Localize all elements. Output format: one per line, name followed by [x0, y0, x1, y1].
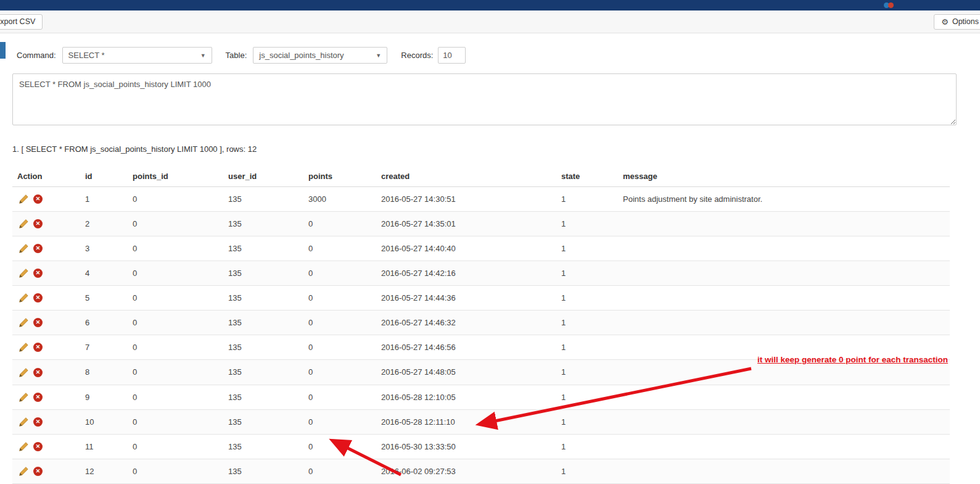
query-form: Command: SELECT * ▼ Table: js_social_poi…	[17, 47, 968, 64]
records-label: Records:	[401, 51, 433, 60]
table-select[interactable]: js_social_points_history ▼	[253, 47, 387, 64]
cell-points: 3000	[303, 187, 376, 212]
cell-created: 2016-06-02 09:27:53	[376, 459, 556, 483]
column-header-message: message	[618, 166, 950, 187]
cell-points-id: 0	[128, 261, 223, 286]
cell-user-id: 135	[223, 409, 303, 434]
cell-user-id: 135	[223, 459, 303, 483]
column-header-state: state	[556, 166, 618, 187]
delete-icon[interactable]: ✕	[33, 293, 43, 302]
annotation-text: it will keep generate 0 point for each t…	[757, 355, 970, 364]
cell-points-id: 0	[128, 187, 223, 212]
cell-points: 0	[303, 236, 376, 261]
cell-user-id: 135	[223, 311, 303, 335]
logo-icon	[884, 2, 894, 9]
edit-icon[interactable]	[19, 243, 29, 254]
table-row: ✕12013502016-06-02 09:27:531	[12, 459, 950, 483]
cell-points-id: 0	[128, 459, 223, 483]
cell-message	[618, 385, 950, 409]
action-cell: ✕	[12, 311, 80, 335]
delete-icon[interactable]: ✕	[33, 467, 43, 476]
gear-icon: ⚙	[941, 18, 949, 26]
cell-state: 1	[556, 261, 618, 286]
action-cell: ✕	[12, 236, 80, 261]
delete-icon[interactable]: ✕	[33, 368, 43, 377]
delete-icon[interactable]: ✕	[33, 219, 43, 228]
delete-icon[interactable]: ✕	[33, 269, 43, 278]
cell-points: 0	[303, 360, 376, 385]
delete-icon[interactable]: ✕	[33, 417, 43, 427]
table-header-row: Actionidpoints_iduser_idpointscreatedsta…	[12, 166, 950, 187]
cell-user-id: 135	[223, 236, 303, 261]
cell-created: 2016-05-27 14:40:40	[376, 236, 556, 261]
cell-points: 0	[303, 409, 376, 434]
cell-message	[618, 311, 950, 335]
delete-icon[interactable]: ✕	[33, 318, 43, 327]
column-header-points-id: points_id	[128, 166, 223, 187]
cell-created: 2016-05-27 14:42:16	[376, 261, 556, 286]
cell-points: 0	[303, 286, 376, 311]
cell-points: 0	[303, 459, 376, 483]
edit-icon[interactable]	[19, 417, 29, 427]
options-label: Options	[952, 17, 979, 26]
cell-id: 10	[80, 409, 128, 434]
edit-icon[interactable]	[19, 219, 29, 229]
cell-created: 2016-05-28 12:11:10	[376, 409, 556, 434]
edit-icon[interactable]	[19, 268, 29, 278]
cell-user-id: 135	[223, 212, 303, 236]
cell-state: 1	[556, 236, 618, 261]
delete-icon[interactable]: ✕	[33, 194, 43, 204]
table-select-value: js_social_points_history	[259, 51, 344, 60]
action-cell: ✕	[12, 385, 80, 409]
delete-icon[interactable]: ✕	[33, 442, 43, 451]
records-input[interactable]	[438, 47, 466, 64]
cell-message	[618, 434, 950, 459]
cell-message	[618, 459, 950, 483]
table-row: ✕2013502016-05-27 14:35:011	[12, 212, 950, 236]
table-row: ✕10013502016-05-28 12:11:101	[12, 409, 950, 434]
command-select-value: SELECT *	[68, 51, 105, 60]
cell-id: 6	[80, 311, 128, 335]
edit-icon[interactable]	[19, 441, 29, 452]
cell-message	[618, 286, 950, 311]
chevron-down-icon: ▼	[200, 52, 206, 59]
cell-id: 9	[80, 385, 128, 409]
table-row: ✕1013530002016-05-27 14:30:511Points adj…	[12, 187, 950, 212]
delete-icon[interactable]: ✕	[33, 393, 43, 402]
cell-created: 2016-05-27 14:46:56	[376, 335, 556, 360]
cell-user-id: 135	[223, 286, 303, 311]
edit-icon[interactable]	[19, 466, 29, 477]
edit-icon[interactable]	[19, 342, 29, 353]
edit-icon[interactable]	[19, 392, 29, 403]
cell-created: 2016-05-27 14:48:05	[376, 360, 556, 385]
action-cell: ✕	[12, 459, 80, 483]
edit-icon[interactable]	[19, 293, 29, 303]
table-row: ✕9013502016-05-28 12:10:051	[12, 385, 950, 409]
cell-id: 12	[80, 459, 128, 483]
cell-id: 2	[80, 212, 128, 236]
cell-state: 1	[556, 187, 618, 212]
delete-icon[interactable]: ✕	[33, 343, 43, 352]
toolbar: Export CSV ⚙ Options	[0, 10, 980, 33]
cell-points: 0	[303, 385, 376, 409]
delete-icon[interactable]: ✕	[33, 244, 43, 253]
options-button[interactable]: ⚙ Options	[934, 14, 980, 30]
table-row: ✕11013502016-05-30 13:33:501	[12, 434, 950, 459]
edit-icon[interactable]	[19, 194, 29, 204]
cell-id: 4	[80, 261, 128, 286]
action-cell: ✕	[12, 434, 80, 459]
action-cell: ✕	[12, 187, 80, 212]
cell-points: 0	[303, 261, 376, 286]
cell-created: 2016-05-27 14:44:36	[376, 286, 556, 311]
action-cell: ✕	[12, 286, 80, 311]
cell-user-id: 135	[223, 360, 303, 385]
edit-icon[interactable]	[19, 367, 29, 378]
cell-points-id: 0	[128, 311, 223, 335]
query-textarea[interactable]: SELECT * FROM js_social_points_history L…	[12, 73, 957, 125]
panel-accent	[0, 42, 6, 59]
cell-id: 3	[80, 236, 128, 261]
cell-state: 1	[556, 360, 618, 385]
export-csv-button[interactable]: Export CSV	[0, 14, 43, 30]
edit-icon[interactable]	[19, 317, 29, 328]
command-select[interactable]: SELECT * ▼	[62, 47, 212, 64]
